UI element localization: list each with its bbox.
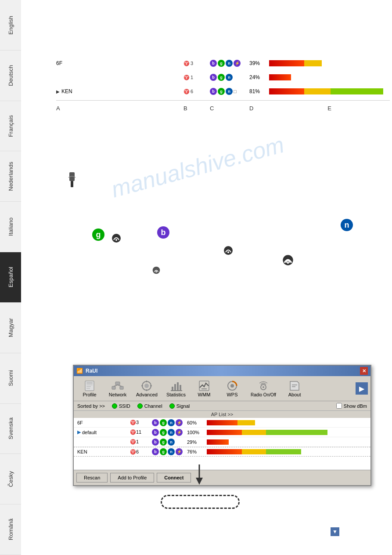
sidebar-item-magyar[interactable]: Magyar <box>0 303 21 353</box>
network-icon <box>111 380 124 392</box>
badge-l-row1: ⚡ <box>234 60 241 67</box>
radio-button[interactable]: Radio On/Off <box>247 378 280 399</box>
row-type: b g n ⚡ <box>152 419 187 426</box>
channel-filter[interactable]: Channel <box>137 403 162 409</box>
wps-icon <box>226 380 239 392</box>
row-ch: ♈6 <box>130 449 152 455</box>
about-icon <box>288 380 301 392</box>
sidebar-item-romana[interactable]: Română <box>0 504 21 555</box>
sidebar-item-francais[interactable]: Français <box>0 101 21 152</box>
ch-row1: 3 <box>191 61 193 66</box>
sidebar-item-nederlands[interactable]: Nederlands <box>0 151 21 202</box>
app-bottom-bar: Rescan Add to Profile Connect <box>74 470 370 485</box>
row-pct: 76% <box>187 449 207 454</box>
svg-point-9 <box>155 271 157 272</box>
table-row[interactable]: ▶default ♈11 b g n ⚡ 100% <box>74 428 370 437</box>
sidebar-item-deutsch[interactable]: Deutsch <box>0 51 21 101</box>
ap-icon-2 <box>223 245 234 258</box>
close-button[interactable]: ✕ <box>360 367 368 375</box>
badge-b-row3: b <box>210 88 217 95</box>
watermark-text: manualshive.com <box>108 131 287 203</box>
show-dbm-label: Show dBm <box>344 403 367 409</box>
advanced-icon <box>140 380 153 392</box>
sidebar-item-english[interactable]: English <box>0 0 21 51</box>
show-dbm-checkbox[interactable]: Show dBm <box>336 403 367 409</box>
svg-rect-29 <box>180 385 181 390</box>
sidebar-item-suomi[interactable]: Suomi <box>0 353 21 404</box>
badge-g-row3: g <box>218 88 225 95</box>
radio-icon <box>257 380 270 392</box>
sidebar-item-espanol[interactable]: Español <box>0 252 21 303</box>
ssid-ken: KEN <box>61 88 72 94</box>
app-window: 📶 RaUI ✕ Profile <box>73 365 371 486</box>
sorted-by-label: Sorted by >> <box>77 403 105 409</box>
sidebar-item-cesky[interactable]: Česky <box>0 454 21 504</box>
ssid-6f: 6F <box>56 60 96 66</box>
sidebar-item-svenska[interactable]: Svenska <box>0 404 21 454</box>
statistics-label: Statistics <box>166 392 186 397</box>
row-ch: ♈3 <box>130 420 152 425</box>
ap-icon-3 <box>282 254 294 268</box>
signal-dot <box>169 403 175 409</box>
statistics-button[interactable]: Statistics <box>163 378 189 399</box>
col-b-label: B <box>183 105 210 112</box>
nav-forward-button[interactable]: ▶ <box>356 382 368 395</box>
svg-point-7 <box>287 262 289 264</box>
network-label: Network <box>109 392 126 397</box>
wps-button[interactable]: WPS <box>219 378 245 399</box>
table-row[interactable]: KEN ♈6 b g n ⚡ 76% <box>74 447 370 457</box>
svg-rect-15 <box>115 382 120 385</box>
svg-rect-27 <box>174 384 176 390</box>
app-title: RaUI <box>86 368 97 374</box>
col-e-label: E <box>269 105 390 112</box>
rescan-button[interactable]: Rescan <box>76 473 108 482</box>
sidebar-item-label: Suomi <box>7 370 14 386</box>
table-row[interactable]: 6F ♈3 b g n ⚡ 60% <box>74 418 370 428</box>
svg-point-3 <box>115 239 117 241</box>
ap-table: 6F ♈3 b g n ⚡ 60% <box>74 418 370 457</box>
table-header: Sorted by >> SSID Channel Signal Show dB… <box>74 401 370 411</box>
row-type: b g n ⚡ <box>152 448 187 455</box>
row-pct: 29% <box>187 439 207 445</box>
ssid-filter[interactable]: SSID <box>112 403 130 409</box>
svg-rect-14 <box>86 388 90 389</box>
sidebar-item-label: Česky <box>7 471 14 487</box>
row-ssid: KEN <box>77 449 130 454</box>
badge-n-row2: n <box>226 74 233 81</box>
badge-g-row2: g <box>218 74 225 81</box>
scroll-down-arrow[interactable]: ▼ <box>331 527 339 536</box>
signal-label: Signal <box>176 403 190 409</box>
add-to-profile-button[interactable]: Add to Profile <box>110 473 154 482</box>
row-type: b g n <box>152 439 187 446</box>
pct-row3: 81% <box>249 88 269 94</box>
app-toolbar: Profile Network <box>74 376 370 401</box>
network-button[interactable]: Network <box>104 378 131 399</box>
row-bar <box>207 420 367 425</box>
profile-button[interactable]: Profile <box>76 378 103 399</box>
svg-point-36 <box>263 386 264 388</box>
sidebar-item-label: Magyar <box>7 318 14 337</box>
row-ch: ♈1 <box>130 439 152 445</box>
wmm-button[interactable]: WMM <box>191 378 217 399</box>
row-pct: 60% <box>187 420 207 425</box>
sidebar-item-label: English <box>7 16 14 35</box>
badge-g-row1: g <box>218 60 225 67</box>
signal-filter[interactable]: Signal <box>169 403 190 409</box>
app-titlebar: 📶 RaUI ✕ <box>74 366 370 376</box>
svg-rect-12 <box>86 385 93 385</box>
diagram-table: 6F ♈ 3 b g n ⚡ 39% <box>56 57 390 112</box>
svg-line-18 <box>114 385 118 386</box>
sidebar-item-label: Svenska <box>7 417 14 439</box>
sidebar-item-label: Italiano <box>7 218 14 236</box>
badge-n-row1: n <box>226 60 233 67</box>
row-bar <box>207 449 367 454</box>
connect-button[interactable]: Connect <box>157 473 191 482</box>
row-type: b g n ⚡ <box>152 429 187 436</box>
about-button[interactable]: About <box>281 378 308 399</box>
row-bar <box>207 439 367 445</box>
badge-b-row2: b <box>210 74 217 81</box>
dbm-checkbox-input[interactable] <box>336 403 342 409</box>
table-row[interactable]: ♈1 b g n 29% <box>74 437 370 447</box>
sidebar-item-italiano[interactable]: Italiano <box>0 202 21 252</box>
advanced-button[interactable]: Advanced <box>133 378 161 399</box>
